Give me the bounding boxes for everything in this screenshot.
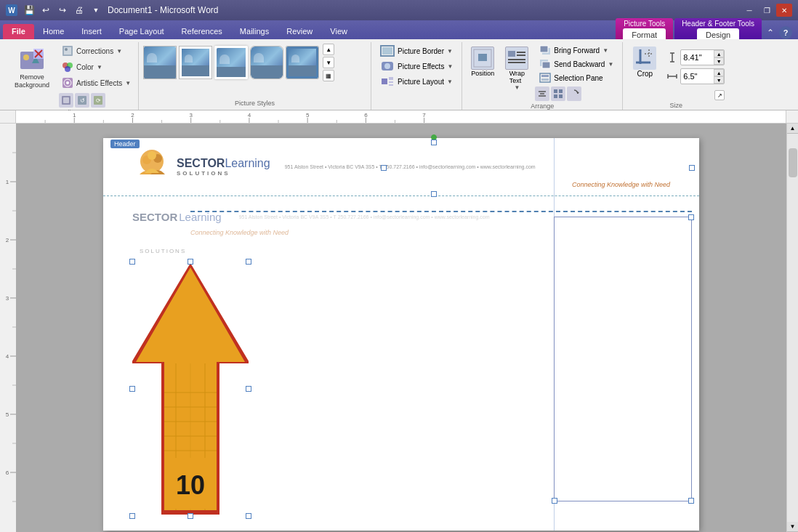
tab-page-layout[interactable]: Page Layout — [110, 24, 173, 39]
tab-view[interactable]: View — [321, 24, 356, 39]
gallery-scroll-up[interactable]: ▲ — [323, 44, 334, 55]
color-button[interactable]: Color ▼ — [59, 60, 134, 74]
picture-layout-arrow[interactable]: ▼ — [447, 78, 453, 85]
document-scroll[interactable]: Header — [16, 124, 786, 532]
print-qat-btn[interactable]: 🖨 — [72, 3, 86, 17]
style-thumb-3[interactable] — [214, 46, 248, 79]
rotation-handle[interactable] — [431, 134, 437, 140]
remove-background-button[interactable]: Remove Background — [7, 44, 57, 93]
save-qat-btn[interactable]: 💾 — [22, 3, 36, 17]
scroll-thumb[interactable] — [789, 148, 797, 177]
arrow-handle-left[interactable] — [129, 386, 135, 392]
align-button[interactable] — [535, 86, 549, 101]
height-spin-up[interactable]: ▲ — [714, 50, 724, 57]
ruler-svg: 1 2 3 4 5 6 7 — [16, 110, 786, 123]
height-input-group: ▲ ▼ — [680, 49, 725, 65]
artistic-effects-button[interactable]: Artistic Effects ▼ — [59, 76, 134, 90]
send-backward-button[interactable]: Send Backward ▼ — [535, 57, 618, 70]
corrections-label: Corrections — [76, 47, 113, 55]
picture-effects-icon — [380, 60, 395, 72]
picture-border-button[interactable]: Picture Border ▼ — [376, 44, 457, 58]
arrow-handle-bottom[interactable] — [188, 513, 193, 519]
wrap-text-arrow[interactable]: ▼ — [514, 84, 520, 91]
corrections-dropdown-arrow[interactable]: ▼ — [116, 48, 122, 55]
help-btn[interactable]: ? — [779, 26, 792, 39]
scroll-track[interactable] — [789, 134, 797, 522]
gallery-more[interactable]: ▦ — [323, 70, 334, 81]
arrow-handle-br[interactable] — [246, 513, 251, 519]
customize-qat-btn[interactable]: ▼ — [89, 3, 103, 17]
tab-review[interactable]: Review — [278, 24, 321, 39]
send-backward-arrow[interactable]: ▼ — [608, 61, 613, 68]
group-button[interactable] — [551, 86, 565, 101]
rotate-button[interactable] — [567, 86, 581, 101]
picture-border-arrow[interactable]: ▼ — [447, 48, 453, 55]
bring-forward-arrow[interactable]: ▼ — [602, 47, 608, 54]
tab-mailings[interactable]: Mailings — [231, 24, 278, 39]
style-thumb-1[interactable] — [143, 46, 177, 79]
corrections-button[interactable]: Corrections ▼ — [59, 44, 134, 58]
svg-text:2: 2 — [6, 237, 9, 243]
scroll-up-btn[interactable]: ▲ — [787, 124, 799, 134]
large-sel-handle-br[interactable] — [688, 498, 694, 504]
arrow-handle-right[interactable] — [246, 386, 251, 392]
large-sel-handle-tr[interactable] — [688, 214, 694, 220]
gallery-scroll-down[interactable]: ▼ — [323, 57, 334, 68]
size-inputs-group: ▲ ▼ ▲ ▼ — [667, 49, 725, 100]
width-row: ▲ ▼ — [667, 68, 725, 84]
handle-right-middle[interactable] — [689, 165, 695, 171]
arrow-handle-top[interactable] — [188, 259, 193, 265]
bring-forward-button[interactable]: Bring Forward ▼ — [535, 44, 618, 57]
undo-qat-btn[interactable]: ↩ — [39, 3, 53, 17]
arrow-handle-tr[interactable] — [246, 259, 251, 265]
picture-effects-button[interactable]: Picture Effects ▼ — [376, 59, 457, 73]
picture-layout-button[interactable]: Picture Layout ▼ — [376, 74, 457, 89]
svg-text:4: 4 — [248, 112, 251, 118]
style-thumb-5[interactable] — [286, 46, 319, 79]
large-sel-handle-bl[interactable] — [552, 498, 557, 504]
style-thumb-4[interactable] — [250, 46, 283, 79]
handle-top-center[interactable] — [431, 140, 437, 145]
svg-rect-25 — [382, 78, 387, 84]
tab-design[interactable]: Design — [697, 28, 739, 39]
color-dropdown-arrow[interactable]: ▼ — [97, 64, 102, 70]
artistic-effects-dropdown-arrow[interactable]: ▼ — [125, 80, 131, 86]
close-btn[interactable]: ✕ — [776, 4, 792, 17]
width-input[interactable] — [681, 71, 714, 81]
height-input[interactable] — [681, 52, 714, 63]
selection-pane-icon — [539, 73, 551, 83]
change-picture-btn[interactable]: ↺ — [75, 93, 89, 108]
tab-format[interactable]: Format — [623, 28, 666, 39]
arrow-shape-container[interactable]: 10 — [132, 262, 249, 516]
height-spin-down[interactable]: ▼ — [714, 57, 724, 65]
size-dialog-launcher[interactable]: ↗ — [714, 90, 725, 100]
picture-effects-arrow[interactable]: ▼ — [447, 63, 453, 70]
tab-references[interactable]: References — [173, 24, 231, 39]
ribbon-collapse-btn[interactable]: ⌃ — [765, 27, 776, 39]
restore-btn[interactable]: ❐ — [759, 4, 775, 17]
width-spinners: ▲ ▼ — [714, 69, 724, 84]
position-button[interactable]: Position — [467, 44, 499, 80]
crop-button[interactable]: Crop — [627, 44, 662, 81]
company-name-sector: SECTOR — [177, 157, 225, 169]
width-spin-up[interactable]: ▲ — [714, 69, 724, 76]
scroll-down-btn[interactable]: ▼ — [787, 522, 799, 532]
compress-pictures-btn[interactable] — [59, 93, 73, 108]
minimize-btn[interactable]: ─ — [741, 4, 757, 17]
tab-home[interactable]: Home — [34, 24, 73, 39]
width-spin-down[interactable]: ▼ — [714, 76, 724, 84]
style-thumb-2[interactable] — [179, 46, 212, 79]
arrow-handle-bl[interactable] — [129, 513, 135, 519]
redo-qat-btn[interactable]: ↪ — [55, 3, 70, 17]
wrap-text-icon — [505, 47, 528, 70]
adjust-content: Remove Background Corrections ▼ — [7, 44, 134, 108]
wrap-text-button[interactable]: WrapText ▼ — [501, 44, 533, 94]
arrow-handle-tl[interactable] — [129, 259, 135, 265]
tab-file[interactable]: File — [3, 24, 34, 39]
large-selection-box — [554, 217, 692, 501]
title-bar-left: W 💾 ↩ ↪ 🖨 ▼ Document1 - Microsoft Word — [6, 3, 219, 17]
reset-picture-btn[interactable]: ⟳ — [91, 93, 105, 108]
selection-pane-button[interactable]: Selection Pane — [535, 71, 618, 84]
send-backward-label: Send Backward — [554, 60, 605, 68]
tab-insert[interactable]: Insert — [73, 24, 110, 39]
